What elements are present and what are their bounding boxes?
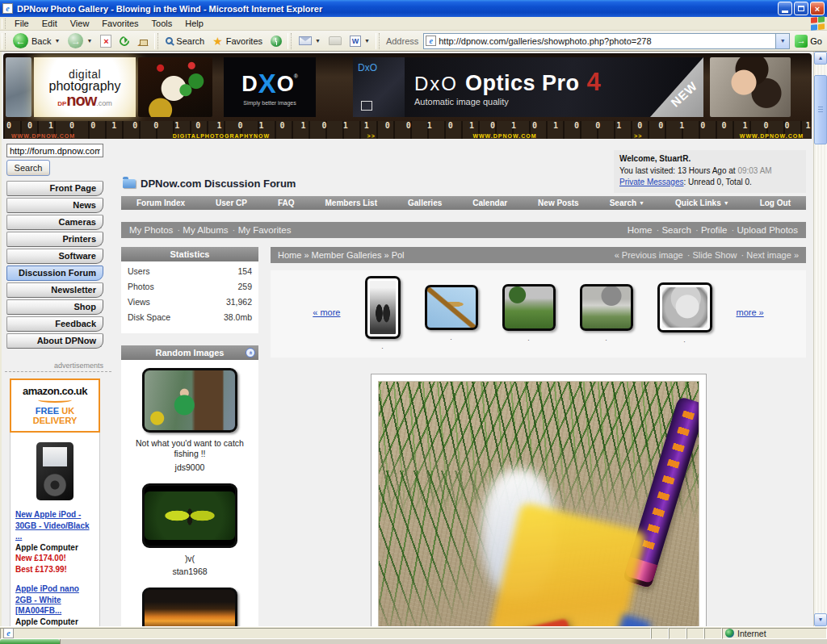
sidebar-search-button[interactable]: Search: [6, 160, 50, 176]
sidebar-item-discussion-forum[interactable]: Discussion Forum: [6, 266, 103, 281]
menu-view[interactable]: View: [64, 18, 96, 29]
random-image-item[interactable]: Sunrise over Torbay Andrew Thatcher: [121, 588, 258, 626]
menu-help[interactable]: Help: [178, 18, 210, 29]
menu-file[interactable]: File: [8, 18, 36, 29]
dxo-optics-pro-ad[interactable]: DxO Optics Pro 4 Automatic image quality…: [405, 57, 703, 117]
nav-quick-links[interactable]: Quick Links▼: [675, 199, 729, 207]
nav-log-out[interactable]: Log Out: [760, 199, 791, 207]
more-left-link[interactable]: « more: [313, 307, 340, 317]
subnav-profile[interactable]: Profile: [695, 225, 728, 235]
favorites-button[interactable]: ★ Favorites: [208, 31, 267, 51]
sidebar-item-about-dpnow[interactable]: About DPNow: [6, 333, 103, 349]
restore-button[interactable]: [794, 2, 808, 15]
thumbnail-item[interactable]: .: [657, 282, 712, 341]
subnav-my-favorites[interactable]: My Favorites: [233, 225, 292, 235]
sidebar-item-newsletter[interactable]: Newsletter: [6, 282, 103, 298]
more-right-link[interactable]: more »: [737, 307, 764, 317]
search-button[interactable]: Search: [162, 31, 208, 51]
thumbnail-image[interactable]: [580, 284, 633, 331]
menu-tools[interactable]: Tools: [145, 18, 179, 29]
nav-user-cp[interactable]: User CP: [216, 199, 247, 207]
stop-button[interactable]: ×: [96, 31, 115, 51]
next-image-link[interactable]: Next image »: [741, 250, 799, 260]
thumbnail-caption: .: [605, 337, 607, 340]
home-button[interactable]: [133, 31, 153, 51]
globe-icon: [725, 629, 734, 638]
random-image-thumbnail[interactable]: [142, 483, 237, 548]
nav-faq[interactable]: FAQ: [278, 199, 295, 207]
edit-dropdown-icon[interactable]: ▼: [364, 38, 370, 44]
optics-subtitle: Automatic image quality: [414, 97, 703, 107]
thumbnail-item[interactable]: .: [365, 276, 401, 348]
random-image-thumbnail[interactable]: [142, 368, 237, 433]
sidebar-item-front-page[interactable]: Front Page: [6, 181, 103, 196]
subnav-search[interactable]: Search: [656, 225, 691, 235]
edit-button[interactable]: W ▼: [346, 31, 374, 51]
previous-image-link[interactable]: « Previous image: [615, 250, 683, 260]
back-button[interactable]: ← Back ▼: [9, 31, 64, 51]
subnav-upload-photos[interactable]: Upload Photos: [732, 225, 798, 235]
thumbnail-item[interactable]: .: [425, 285, 478, 339]
menu-favorites[interactable]: Favorites: [95, 18, 145, 29]
subnav-home[interactable]: Home: [628, 225, 653, 235]
private-messages-link[interactable]: Private Messages: [619, 178, 683, 186]
subnav-my-albums[interactable]: My Albums: [177, 225, 228, 235]
close-button[interactable]: ×: [810, 2, 825, 15]
sidebar-item-news[interactable]: News: [6, 198, 103, 213]
address-bar[interactable]: e http://dpnow.com/galleries/showphoto.p…: [423, 33, 790, 49]
product-link[interactable]: Apple iPod nano 2GB - White [MA004FB...: [15, 583, 94, 617]
minimize-button[interactable]: [778, 2, 792, 15]
breadcrumb-home[interactable]: Home: [278, 250, 301, 260]
slide-show-link[interactable]: Slide Show: [687, 250, 737, 260]
star-icon: ★: [212, 36, 223, 47]
print-button[interactable]: [325, 31, 346, 51]
sidebar-item-shop[interactable]: Shop: [6, 299, 103, 315]
mail-button[interactable]: ▼: [295, 31, 325, 51]
print-icon: [329, 36, 342, 45]
geisha-photo: [138, 57, 212, 117]
thumbnail-image[interactable]: [657, 282, 712, 332]
sidebar-item-cameras[interactable]: Cameras: [6, 215, 103, 230]
nav-search[interactable]: Search▼: [610, 199, 644, 207]
site-sidebar: Search Front Page News Cameras Printers …: [2, 139, 115, 626]
amazon-ad[interactable]: amazon.co.uk FREE UK DELIVERY: [10, 378, 100, 433]
sidebar-item-feedback[interactable]: Feedback: [6, 316, 103, 332]
product-link[interactable]: New Apple iPod - 30GB - Video/Black ...: [15, 509, 94, 542]
web-page: digital photography DP now .com D X O ®: [2, 52, 813, 626]
nav-new-posts[interactable]: New Posts: [538, 199, 579, 207]
address-url[interactable]: http://dpnow.com/galleries/showphoto.php…: [439, 36, 773, 46]
address-dropdown-icon[interactable]: ▼: [775, 34, 789, 48]
random-image-thumbnail[interactable]: [142, 588, 237, 626]
mail-dropdown-icon[interactable]: ▼: [315, 38, 321, 44]
sidebar-item-printers[interactable]: Printers: [6, 232, 103, 247]
thumbnail-image[interactable]: [425, 285, 478, 330]
back-dropdown-icon[interactable]: ▼: [54, 38, 60, 44]
history-button[interactable]: [267, 31, 286, 51]
menu-edit[interactable]: Edit: [36, 18, 64, 29]
start-button-edge[interactable]: [0, 639, 60, 644]
sidebar-item-software[interactable]: Software: [6, 249, 103, 264]
nav-members-list[interactable]: Members List: [325, 199, 377, 207]
go-button[interactable]: → Go: [790, 35, 827, 48]
random-image-item[interactable]: )v( stan1968: [121, 483, 258, 577]
refresh-button[interactable]: [115, 31, 133, 51]
scroll-down-icon[interactable]: ▼: [814, 613, 827, 626]
vertical-scrollbar[interactable]: ▲ ▼: [813, 52, 827, 626]
scroll-up-icon[interactable]: ▲: [814, 52, 827, 65]
thumbnail-image[interactable]: [365, 276, 401, 339]
breadcrumb-member-galleries[interactable]: Member Galleries: [304, 250, 381, 260]
thumbnail-image[interactable]: [502, 284, 556, 331]
collapse-icon[interactable]: «: [246, 348, 255, 358]
forward-button[interactable]: → ▼: [64, 31, 96, 51]
banner-ad[interactable]: digital photography DP now .com D X O ®: [3, 53, 812, 121]
thumbnail-item[interactable]: .: [580, 284, 633, 340]
random-image-item[interactable]: Not what you'd want to catch fishing !! …: [121, 368, 258, 472]
forward-dropdown-icon[interactable]: ▼: [86, 38, 92, 44]
subnav-my-photos[interactable]: My Photos: [129, 225, 173, 235]
thumbnail-item[interactable]: .: [502, 284, 556, 340]
nav-galleries[interactable]: Galleries: [408, 199, 442, 207]
nav-calendar[interactable]: Calendar: [472, 199, 507, 207]
scrollbar-thumb[interactable]: [814, 75, 827, 144]
sidebar-search-input[interactable]: [6, 144, 103, 157]
nav-forum-index[interactable]: Forum Index: [136, 199, 185, 207]
